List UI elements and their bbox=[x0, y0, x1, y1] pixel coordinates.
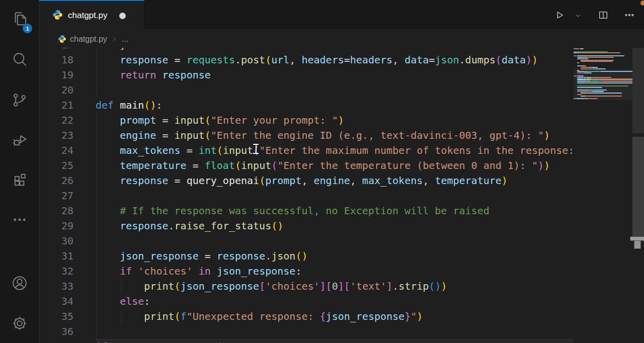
code-line[interactable]: 36 bbox=[39, 324, 574, 339]
code-text[interactable]: if __name__ == "__main__": bbox=[96, 339, 574, 343]
activitybar-item-settings[interactable] bbox=[0, 308, 39, 338]
code-line[interactable]: 26 response = query_openai(prompt, engin… bbox=[39, 173, 574, 188]
code-text[interactable]: if 'choices' in json_response: bbox=[96, 264, 574, 279]
vertical-scrollbar[interactable] bbox=[632, 48, 644, 343]
activitybar-item-account[interactable] bbox=[0, 268, 39, 298]
line-number[interactable]: 21 bbox=[39, 98, 96, 113]
code-editor[interactable]: 17 }18 response = requests.post(url, hea… bbox=[39, 48, 644, 343]
code-line[interactable]: 23 engine = input("Enter the engine ID (… bbox=[39, 128, 574, 143]
account-icon bbox=[11, 275, 28, 292]
python-file-icon-small bbox=[58, 35, 66, 43]
code-line-current[interactable]: 37if __name__ == "__main__": bbox=[39, 339, 574, 343]
code-line[interactable]: 19 return response bbox=[39, 67, 574, 82]
line-number[interactable]: 18 bbox=[39, 52, 96, 67]
line-number[interactable]: 34 bbox=[39, 294, 96, 309]
line-number[interactable]: 25 bbox=[39, 158, 96, 173]
breadcrumb-file[interactable]: chatgpt.py bbox=[70, 35, 107, 44]
line-number[interactable]: 32 bbox=[39, 264, 96, 279]
code-line[interactable]: 34 else: bbox=[39, 294, 574, 309]
code-text[interactable] bbox=[96, 324, 574, 339]
code-line[interactable]: 18 response = requests.post(url, headers… bbox=[39, 52, 574, 67]
activitybar-item-source-control[interactable] bbox=[0, 85, 39, 115]
line-number[interactable]: 33 bbox=[39, 279, 96, 294]
breadcrumb-more[interactable]: ... bbox=[122, 35, 128, 44]
activitybar-item-extensions[interactable] bbox=[0, 165, 39, 195]
line-number[interactable]: 27 bbox=[39, 188, 96, 203]
code-text[interactable]: else: bbox=[96, 294, 574, 309]
line-number[interactable]: 26 bbox=[39, 173, 96, 188]
code-line[interactable]: 30 bbox=[39, 233, 574, 248]
tab-chatgpt-py[interactable]: chatgpt.py bbox=[39, 0, 144, 30]
code-text[interactable]: print(json_response['choices'][0]['text'… bbox=[96, 279, 574, 294]
line-number[interactable]: 29 bbox=[39, 218, 96, 233]
code-text[interactable]: json_response = response.json() bbox=[96, 248, 574, 264]
line-number[interactable]: 19 bbox=[39, 67, 96, 82]
line-number[interactable]: 23 bbox=[39, 128, 96, 143]
code-text[interactable] bbox=[96, 82, 574, 98]
code-text[interactable]: temperature = float(input("Enter the tem… bbox=[96, 158, 574, 173]
editor-actions bbox=[552, 0, 637, 30]
minimap[interactable] bbox=[574, 48, 632, 342]
activitybar-item-more[interactable] bbox=[0, 205, 39, 235]
line-number[interactable]: 37 bbox=[39, 339, 96, 343]
code-line[interactable]: 24 max_tokens = int(input("Enter the max… bbox=[39, 143, 574, 158]
code-line[interactable]: 20 bbox=[39, 82, 574, 98]
code-text[interactable]: engine = input("Enter the engine ID (e.g… bbox=[96, 128, 574, 143]
scrollbar-thumb[interactable] bbox=[632, 137, 644, 236]
indent-guide bbox=[97, 113, 97, 339]
code-line[interactable]: 29 response.raise_for_status() bbox=[39, 218, 574, 233]
run-button[interactable] bbox=[552, 8, 567, 23]
code-line[interactable]: 31 json_response = response.json() bbox=[39, 248, 574, 264]
code-line[interactable]: 27 bbox=[39, 188, 574, 203]
split-editor-button[interactable] bbox=[596, 8, 611, 23]
code-text[interactable]: } bbox=[96, 48, 574, 52]
gear-icon bbox=[11, 315, 28, 332]
line-number[interactable]: 30 bbox=[39, 233, 96, 248]
code-line[interactable]: 21def main(): bbox=[39, 98, 574, 113]
code-text[interactable]: response = requests.post(url, headers=he… bbox=[96, 52, 574, 67]
activitybar-item-run-debug[interactable] bbox=[0, 125, 39, 155]
code-text[interactable]: prompt = input("Enter your prompt: ") bbox=[96, 113, 574, 128]
text-cursor-pointer bbox=[253, 143, 259, 154]
line-number[interactable]: 35 bbox=[39, 309, 96, 324]
activitybar-item-search[interactable] bbox=[0, 44, 39, 74]
recording-dot-icon bbox=[640, 1, 644, 6]
explorer-badge: 1 bbox=[23, 24, 32, 33]
code-line[interactable]: 25 temperature = float(input("Enter the … bbox=[39, 158, 574, 173]
code-text[interactable]: response = query_openai(prompt, engine, … bbox=[96, 173, 574, 188]
line-number[interactable]: 20 bbox=[39, 82, 96, 98]
code-text[interactable]: def main(): bbox=[96, 98, 574, 113]
code-line[interactable]: 32 if 'choices' in json_response: bbox=[39, 264, 574, 279]
more-actions-button[interactable] bbox=[622, 8, 637, 23]
code-line[interactable]: 33 print(json_response['choices'][0]['te… bbox=[39, 279, 574, 294]
code-line[interactable]: 22 prompt = input("Enter your prompt: ") bbox=[39, 113, 574, 128]
code-line[interactable]: 35 print(f"Unexpected response: {json_re… bbox=[39, 309, 574, 324]
code-text[interactable] bbox=[96, 233, 574, 248]
code-text[interactable]: response.raise_for_status() bbox=[96, 218, 574, 233]
search-icon bbox=[11, 51, 28, 68]
ellipsis-icon bbox=[11, 211, 28, 228]
modified-dot-icon[interactable] bbox=[119, 13, 126, 19]
activitybar-item-explorer[interactable]: 1 bbox=[0, 4, 39, 34]
tab-label: chatgpt.py bbox=[68, 11, 107, 21]
line-number[interactable]: 24 bbox=[39, 143, 96, 158]
code-lines[interactable]: 17 }18 response = requests.post(url, hea… bbox=[39, 48, 574, 343]
line-number[interactable]: 36 bbox=[39, 324, 96, 339]
code-text[interactable]: return response bbox=[96, 67, 574, 82]
code-text[interactable]: # If the response was successful, no Exc… bbox=[96, 203, 574, 218]
line-number[interactable]: 31 bbox=[39, 248, 96, 264]
line-number[interactable]: 17 bbox=[39, 48, 96, 52]
indent-guide bbox=[121, 279, 121, 294]
run-dropdown-chevron-icon[interactable] bbox=[572, 10, 584, 21]
activity-bar: 1 bbox=[0, 0, 39, 343]
tab-bar: chatgpt.py bbox=[39, 0, 644, 30]
code-text[interactable]: max_tokens = int(input("Enter the maximu… bbox=[96, 143, 574, 158]
code-text[interactable] bbox=[96, 188, 574, 203]
line-number[interactable]: 22 bbox=[39, 113, 96, 128]
source-control-icon bbox=[11, 92, 28, 109]
code-text[interactable]: print(f"Unexpected response: {json_respo… bbox=[96, 309, 574, 324]
vscode-window: 1 chatgpt.py bbox=[0, 0, 644, 343]
line-number[interactable]: 28 bbox=[39, 203, 96, 218]
code-line[interactable]: 28 # If the response was successful, no … bbox=[39, 203, 574, 218]
code-line[interactable]: 17 } bbox=[39, 48, 574, 52]
